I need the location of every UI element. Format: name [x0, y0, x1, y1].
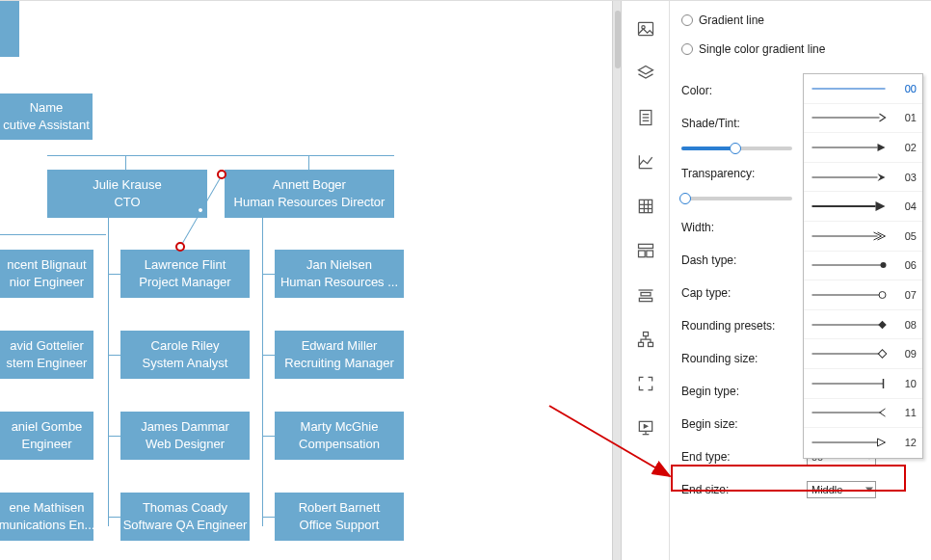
svg-rect-18 — [639, 342, 644, 346]
arrow-option-03[interactable]: 03 — [804, 163, 922, 193]
node-line: System Analyst — [143, 355, 228, 372]
prop-end-size: End size: Middle — [681, 473, 931, 506]
orgchart-node-julie[interactable]: Julie Krause CTO — [47, 170, 207, 218]
connector — [262, 274, 275, 275]
radio-icon — [681, 14, 693, 26]
orgchart-node-jan[interactable]: Jan Nielsen Human Resources ... — [275, 250, 404, 298]
svg-rect-17 — [644, 333, 649, 336]
divider-thumb[interactable] — [615, 11, 621, 68]
end-size-select[interactable]: Middle — [807, 481, 876, 498]
node-line: ncent Blignaut — [7, 256, 86, 274]
connector — [262, 355, 275, 356]
option-num: 10 — [895, 378, 917, 389]
arrow-option-00[interactable]: 00 — [804, 74, 922, 104]
shade-tint-slider[interactable] — [681, 147, 792, 150]
arrow-option-11[interactable]: 11 — [804, 399, 922, 429]
arrow-option-05[interactable]: 05 — [804, 222, 922, 252]
node-line: Annett Boger — [273, 176, 346, 194]
arrow-option-04[interactable]: 04 — [804, 192, 922, 222]
rail-presentation-icon[interactable] — [622, 410, 670, 446]
prop-label: Cap type: — [681, 286, 807, 300]
rail-chart-icon[interactable] — [622, 144, 670, 180]
arrow-option-09[interactable]: 09 — [804, 339, 922, 369]
node-line: CTO — [114, 194, 140, 211]
radio-gradient-line[interactable]: Gradient line — [681, 9, 931, 32]
node-line: Name — [30, 99, 64, 117]
option-num: 11 — [895, 407, 917, 418]
svg-rect-15 — [641, 293, 651, 296]
connector — [108, 218, 109, 526]
node-line: Edward Miller — [302, 337, 378, 355]
connector — [108, 517, 120, 518]
prop-label: Transparency: — [681, 167, 807, 180]
prop-label: Color: — [681, 84, 807, 97]
node-line: Robert Barnett — [299, 499, 381, 517]
option-num: 01 — [895, 112, 917, 123]
radio-single-color-gradient-line[interactable]: Single color gradient line — [681, 38, 931, 61]
rail-document-lines-icon[interactable] — [622, 99, 670, 136]
orgchart-node-lawrence[interactable]: Lawrence Flint Project Manager — [120, 250, 250, 298]
node-line: Human Resources ... — [280, 274, 398, 291]
node-line: Software QA Engineer — [123, 517, 248, 534]
orgchart-node-marty[interactable]: Marty McGhie Compensation — [275, 412, 404, 460]
orgchart-node-thomas[interactable]: Thomas Coady Software QA Engineer — [120, 493, 250, 541]
arrow-option-08[interactable]: 08 — [804, 310, 922, 340]
arrow-option-12[interactable]: 12 — [804, 428, 922, 458]
node-line: Julie Krause — [93, 176, 162, 194]
orgchart-node-assistant[interactable]: Name cutive Assistant — [0, 93, 93, 140]
node-line: stem Engineer — [7, 355, 88, 372]
radio-label: Gradient line — [699, 13, 764, 27]
rail-calc-grid-icon[interactable] — [622, 188, 670, 225]
orgchart-node-robert[interactable]: Robert Barnett Office Support — [275, 493, 404, 541]
radio-label: Single color gradient line — [699, 42, 825, 56]
orgchart-node-david[interactable]: avid Gottelier stem Engineer — [0, 331, 93, 379]
transparency-slider[interactable] — [681, 197, 792, 200]
connector — [108, 436, 120, 437]
svg-point-30 — [879, 291, 886, 298]
select-value: Middle — [811, 484, 842, 495]
node-line: Lawrence Flint — [145, 256, 226, 274]
option-num: 03 — [895, 172, 917, 183]
connection-handle[interactable] — [175, 242, 185, 252]
rail-layers-icon[interactable] — [622, 55, 670, 92]
rail-layout-icon[interactable] — [622, 232, 670, 269]
arrow-option-01[interactable]: 01 — [804, 104, 922, 134]
orgchart-node-james[interactable]: James Dammar Web Designer — [120, 412, 250, 460]
pane-divider[interactable] — [612, 1, 622, 560]
svg-rect-11 — [639, 244, 653, 248]
option-num: 02 — [895, 142, 917, 153]
orgchart-node-ene[interactable]: ene Mathisen munications En... — [0, 493, 93, 541]
rail-hierarchy-icon[interactable] — [622, 321, 670, 358]
connector — [0, 234, 106, 235]
connection-handle[interactable] — [217, 170, 226, 179]
rail-align-icon[interactable] — [622, 277, 670, 313]
node-line: James Dammar — [141, 418, 229, 436]
arrow-option-07[interactable]: 07 — [804, 280, 922, 310]
app-frame: Name cutive Assistant Julie Krause CTO A… — [0, 0, 931, 560]
rail-picture-icon[interactable] — [622, 11, 670, 47]
orgchart-node-annett[interactable]: Annett Boger Human Resources Director — [225, 170, 394, 218]
option-num: 05 — [895, 230, 917, 242]
svg-rect-19 — [649, 342, 653, 346]
svg-rect-34 — [878, 350, 886, 358]
node-line: Office Support — [300, 517, 380, 534]
orgchart-node[interactable] — [0, 1, 19, 57]
orgchart-node-vincent[interactable]: ncent Blignaut nior Engineer — [0, 250, 93, 298]
diagram-canvas[interactable]: Name cutive Assistant Julie Krause CTO A… — [0, 1, 612, 560]
node-line: cutive Assistant — [3, 117, 90, 134]
arrow-option-02[interactable]: 02 — [804, 133, 922, 163]
svg-point-28 — [881, 262, 887, 268]
node-line: Human Resources Director — [234, 194, 386, 211]
arrow-option-06[interactable]: 06 — [804, 252, 922, 281]
svg-rect-13 — [647, 251, 653, 257]
svg-rect-32 — [878, 320, 886, 328]
svg-rect-16 — [639, 298, 652, 301]
orgchart-node-daniel[interactable]: aniel Gombe Engineer — [0, 412, 93, 460]
node-line: Project Manager — [139, 274, 230, 291]
orgchart-node-carole[interactable]: Carole Riley System Analyst — [120, 331, 250, 379]
arrow-option-10[interactable]: 10 — [804, 369, 922, 399]
node-line: Recruiting Manager — [284, 355, 393, 372]
rail-fullscreen-icon[interactable] — [622, 365, 670, 402]
prop-label: End size: — [681, 483, 807, 496]
orgchart-node-edward[interactable]: Edward Miller Recruiting Manager — [275, 331, 404, 379]
